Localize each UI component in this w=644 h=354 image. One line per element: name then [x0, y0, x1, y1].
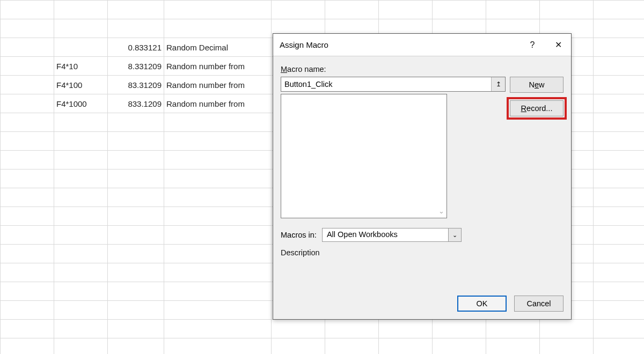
- macro-name-field-wrapper: ↥: [281, 77, 506, 92]
- new-button[interactable]: New: [510, 77, 564, 93]
- macros-in-combo[interactable]: All Open Workbooks ⌄: [322, 228, 462, 242]
- cancel-button[interactable]: Cancel: [514, 296, 564, 312]
- cell[interactable]: 833.1209: [108, 94, 164, 113]
- dialog-titlebar[interactable]: Assign Macro ? ✕: [273, 34, 571, 56]
- cell[interactable]: Random number from: [164, 57, 272, 76]
- cancel-button-label: Cancel: [526, 299, 551, 308]
- macro-name-input[interactable]: [281, 77, 491, 91]
- sheet-row: [1, 320, 645, 338]
- chevron-down-icon: ⌄: [452, 232, 457, 239]
- cell[interactable]: [54, 38, 108, 57]
- combo-dropdown-button[interactable]: ⌄: [448, 228, 461, 241]
- new-button-label: New: [529, 80, 544, 89]
- macros-in-label: Macros in:: [281, 231, 317, 239]
- close-icon: ✕: [555, 40, 562, 50]
- cell[interactable]: 0.833121: [108, 38, 164, 57]
- cell[interactable]: F4*10: [54, 57, 108, 76]
- cell[interactable]: Random number from: [164, 76, 272, 94]
- ok-button[interactable]: OK: [457, 296, 507, 312]
- help-icon: ?: [530, 40, 535, 50]
- cell[interactable]: F4*1000: [54, 94, 108, 113]
- cell[interactable]: 83.31209: [108, 76, 164, 94]
- sheet-row: [1, 338, 645, 355]
- macro-name-label: Macro name:: [281, 65, 564, 73]
- close-button[interactable]: ✕: [545, 34, 571, 56]
- reference-edit-button[interactable]: ↥: [491, 77, 505, 91]
- cell[interactable]: F4*100: [54, 76, 108, 94]
- assign-macro-dialog: Assign Macro ? ✕ Macro name: ↥ ⌄: [273, 33, 572, 320]
- cell[interactable]: Random Decimal: [164, 38, 272, 57]
- dialog-title: Assign Macro: [273, 40, 519, 49]
- ok-button-label: OK: [477, 299, 488, 308]
- record-button[interactable]: Record...: [510, 100, 564, 116]
- description-label: Description: [281, 248, 564, 257]
- reference-icon: ↥: [496, 80, 501, 88]
- scroll-down-icon: ⌄: [437, 207, 445, 216]
- cell[interactable]: 8.331209: [108, 57, 164, 76]
- macro-listbox[interactable]: ⌄: [281, 94, 447, 218]
- macros-in-value: All Open Workbooks: [323, 228, 448, 241]
- sheet-row: [1, 1, 645, 19]
- record-button-label: Record...: [521, 104, 553, 113]
- cell[interactable]: Random number from: [164, 94, 272, 113]
- help-button[interactable]: ?: [519, 34, 545, 56]
